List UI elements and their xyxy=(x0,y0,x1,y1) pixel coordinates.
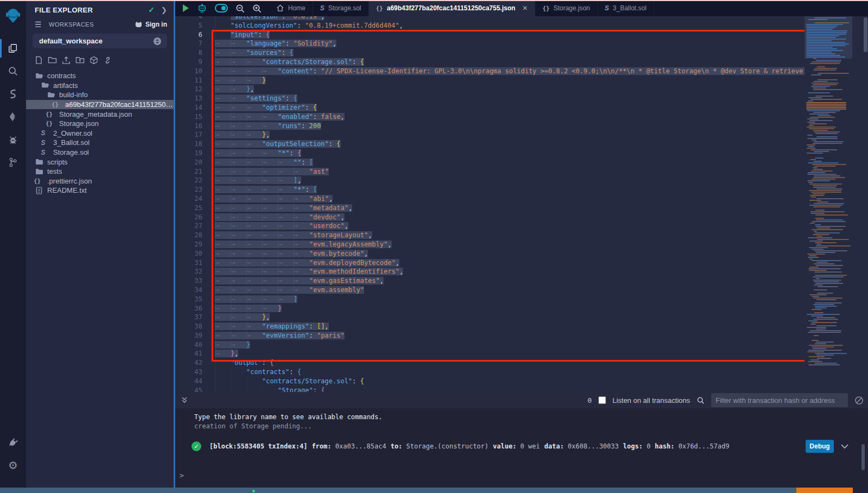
json-icon: {} xyxy=(47,111,55,118)
code-line: →→→"outputSelection": { xyxy=(215,140,846,149)
play-icon[interactable] xyxy=(182,4,189,12)
search-icon[interactable] xyxy=(697,396,705,404)
code-line: →→→→→→"evm.methodIdentifiers", xyxy=(215,267,846,276)
settings-icon[interactable]: ⚙ xyxy=(0,454,26,477)
tree-item[interactable]: S2_Owner.sol xyxy=(26,129,174,138)
line-numbers-gutter: 4567891011121314151617181920212223242526… xyxy=(175,16,202,392)
search-icon[interactable] xyxy=(0,60,26,83)
tree-item[interactable]: {}.prettierrc.json xyxy=(26,176,174,186)
code-line: →→→→→→"evm.deployedBytecode", xyxy=(215,258,846,268)
tree-item[interactable]: artifacts xyxy=(26,81,174,91)
file-icon xyxy=(35,187,43,194)
tab-label: Storage.json xyxy=(553,4,590,12)
editor-tab[interactable]: {}Storage.json xyxy=(535,0,598,16)
code-line: →→→→"content": "// SPDX-License-Identifi… xyxy=(215,67,846,76)
file-new-icon[interactable] xyxy=(35,56,43,65)
workspaces-label: WORKSPACES xyxy=(49,21,135,28)
transaction-success-icon: ✓ xyxy=(192,441,201,451)
tree-item[interactable]: contracts xyxy=(26,71,174,81)
upload-folder-icon[interactable] xyxy=(75,56,85,65)
chevron-right-icon[interactable]: ❯ xyxy=(161,6,167,14)
tree-item[interactable]: {}a69b43f277ba20fcac141151250ca7... xyxy=(26,100,174,110)
code-line: →→→→→→"evm.assembly" xyxy=(215,286,846,295)
zoom-in-icon[interactable] xyxy=(252,4,261,13)
tree-item-label: 3_Ballot.sol xyxy=(53,138,90,147)
transaction-expand-chevron-icon[interactable] xyxy=(840,444,849,449)
open-tabs: HomeSStorage.sol{}a69b43f277ba20fcac1411… xyxy=(269,0,654,16)
link-icon[interactable] xyxy=(103,56,112,65)
code-line: →→→→→→"devdoc", xyxy=(215,213,846,222)
solidity-compiler-icon[interactable] xyxy=(0,83,26,105)
tree-item-label: a69b43f277ba20fcac141151250ca7... xyxy=(65,100,174,109)
terminal-scrollbar-thumb[interactable] xyxy=(861,444,865,470)
scam-alert-badge[interactable] xyxy=(796,488,853,493)
close-tab-icon[interactable]: ✕ xyxy=(522,4,528,12)
debugger-icon[interactable] xyxy=(0,128,26,151)
minimap[interactable] xyxy=(805,16,852,392)
plugin-manager-icon[interactable] xyxy=(0,431,26,454)
terminal-pending-line: creation of Storage pending... xyxy=(194,422,868,431)
debug-button[interactable]: Debug xyxy=(806,440,834,453)
workspace-selector[interactable]: default_workspace xyxy=(33,34,167,48)
terminal-prompt[interactable]: > xyxy=(180,471,184,479)
code-line: →→→→→→"evm.legacyAssembly", xyxy=(215,240,846,249)
file-explorer-header: FILE EXPLORER ✓ ❯ xyxy=(26,0,174,17)
json-icon: {} xyxy=(542,4,550,12)
json-icon: {} xyxy=(53,101,61,108)
zoom-out-icon[interactable] xyxy=(235,4,245,13)
code-line: →→→→→→"evm.bytecode", xyxy=(215,249,846,258)
main-area: HomeSStorage.sol{}a69b43f277ba20fcac1411… xyxy=(175,0,868,488)
tree-item-label: artifacts xyxy=(53,81,78,90)
tree-item[interactable]: scripts xyxy=(26,157,174,167)
tree-item[interactable]: tests xyxy=(26,167,174,176)
upload-file-icon[interactable] xyxy=(62,56,71,65)
home-icon xyxy=(276,4,284,12)
transaction-log-row[interactable]: ✓ [block:5583405 txIndex:4]from: 0xa03..… xyxy=(192,440,859,453)
tree-item[interactable]: README.txt xyxy=(26,186,174,195)
solidity-icon: S xyxy=(41,129,49,137)
robot-icon[interactable] xyxy=(197,3,207,13)
terminal-intro-line: Type the library name to see available c… xyxy=(194,413,868,422)
editor-scrollbar-thumb[interactable] xyxy=(864,17,867,52)
tree-item[interactable]: build-info xyxy=(26,90,174,100)
cube-icon[interactable] xyxy=(90,56,98,65)
transaction-count-badge: 0 xyxy=(588,396,592,404)
code-line: →→"settings": { xyxy=(215,94,846,103)
tree-item[interactable]: {}Storage.json xyxy=(26,119,174,129)
code-line: →→→→"*": { xyxy=(215,149,846,158)
terminal-expand-icon[interactable] xyxy=(181,396,188,404)
file-explorer-icon[interactable] xyxy=(0,37,26,60)
clear-console-icon[interactable] xyxy=(854,396,864,405)
ai-toggle-icon[interactable] xyxy=(215,4,228,12)
code-line: →→"sources": { xyxy=(215,48,846,58)
hamburger-menu-icon[interactable]: ☰ xyxy=(35,21,43,28)
tab-label: a69b43f277ba20fcac141151250ca755.json xyxy=(387,4,515,12)
tree-item[interactable]: S3_Ballot.sol xyxy=(26,138,174,148)
workspace-name: default_workspace xyxy=(39,37,153,45)
code-line: →→→→→→"abi", xyxy=(215,194,846,204)
folder-open-icon xyxy=(47,92,55,98)
git-icon[interactable] xyxy=(0,151,26,174)
folder-new-icon[interactable] xyxy=(48,56,57,65)
code-editor[interactable]: 4567891011121314151617181920212223242526… xyxy=(175,16,868,392)
editor-tab[interactable]: {}a69b43f277ba20fcac141151250ca755.json✕ xyxy=(369,0,535,16)
tree-item[interactable]: {}Storage_metadata.json xyxy=(26,109,174,119)
tree-item-label: README.txt xyxy=(47,186,87,194)
editor-tab[interactable]: SStorage.sol xyxy=(313,0,369,16)
tab-label: Home xyxy=(288,4,305,12)
panel-resize-handle[interactable] xyxy=(174,0,175,488)
sign-in-button[interactable]: Sign in xyxy=(135,21,167,28)
remix-logo-icon xyxy=(0,4,26,27)
listen-all-transactions-checkbox[interactable] xyxy=(598,396,606,404)
deploy-run-icon[interactable] xyxy=(0,105,26,128)
editor-tab[interactable]: Home xyxy=(269,0,313,16)
transaction-filter-input[interactable] xyxy=(711,393,848,407)
code-line: →→→→→→"userdoc", xyxy=(215,222,846,231)
editor-tab[interactable]: S3_Ballot.sol xyxy=(598,0,654,16)
remix-ide-window: ⚙ FILE EXPLORER ✓ ❯ ☰ WORKSPACES Sign in… xyxy=(0,0,868,493)
code-line: →→→"optimizer": { xyxy=(215,103,846,112)
tab-label: Storage.sol xyxy=(328,4,361,12)
solidity-icon: S xyxy=(605,4,609,12)
tree-item[interactable]: SStorage.sol xyxy=(26,148,174,157)
check-icon: ✓ xyxy=(148,5,155,14)
